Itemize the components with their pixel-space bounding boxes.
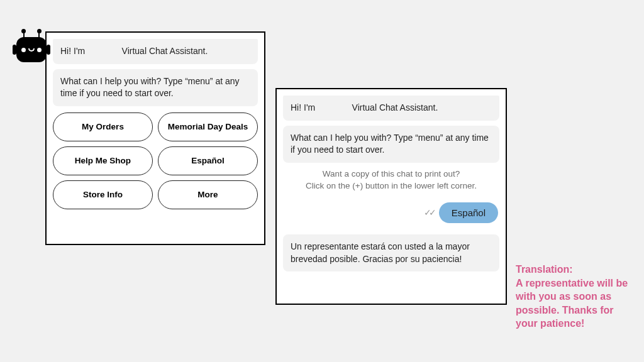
bot-greeting: Hi! I'm Virtual Chat Assistant. [283, 96, 499, 121]
chat-panel-initial: Hi! I'm Virtual Chat Assistant. What can… [45, 31, 265, 245]
translation-annotation: Translation: A representative will be wi… [516, 263, 632, 331]
quick-reply-grid: My Orders Memorial Day Deals Help Me Sho… [53, 112, 258, 209]
quick-reply-memorial-day-deals[interactable]: Memorial Day Deals [158, 112, 258, 141]
bot-greeting: Hi! I'm Virtual Chat Assistant. [53, 39, 258, 64]
transcript-hint: Want a copy of this chat to print out? C… [283, 168, 499, 192]
quick-reply-my-orders[interactable]: My Orders [53, 112, 153, 141]
translation-body: A representative will be with you as soo… [516, 278, 628, 329]
chat-panel-espanol-flow: Hi! I'm Virtual Chat Assistant. What can… [275, 88, 507, 305]
quick-reply-more[interactable]: More [158, 180, 258, 209]
bot-response-spanish: Un representante estará con usted a la m… [283, 234, 499, 272]
transcript-hint-line1: Want a copy of this chat to print out? [323, 169, 460, 178]
user-message-row: ✓✓ Español [283, 202, 499, 223]
user-message-espanol: Español [439, 202, 498, 223]
bot-prompt: What can I help you with? Type “menu” at… [283, 126, 499, 163]
bot-prompt: What can I help you with? Type “menu” at… [53, 69, 258, 106]
transcript-hint-line2: Click on the (+) button in the lower lef… [306, 181, 477, 190]
quick-reply-help-me-shop[interactable]: Help Me Shop [53, 146, 153, 175]
quick-reply-store-info[interactable]: Store Info [53, 180, 153, 209]
read-receipt-icon: ✓✓ [424, 207, 434, 217]
quick-reply-espanol[interactable]: Español [158, 146, 258, 175]
bot-avatar-icon [16, 29, 47, 62]
translation-heading: Translation: [516, 264, 573, 275]
